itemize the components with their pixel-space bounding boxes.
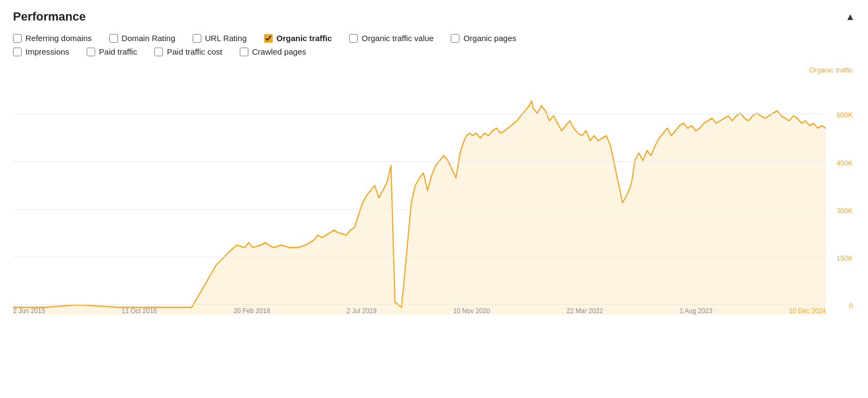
checkbox-organic-traffic[interactable] bbox=[264, 34, 273, 43]
checkbox-paid-traffic[interactable] bbox=[87, 48, 95, 56]
grid-line bbox=[13, 161, 826, 162]
filter-row-1: Referring domainsDomain RatingURL Rating… bbox=[13, 34, 855, 43]
y-axis-label: 450K bbox=[837, 159, 855, 167]
checkbox-organic-traffic-value[interactable] bbox=[349, 34, 358, 43]
filter-crawled-pages[interactable]: Crawled pages bbox=[240, 47, 306, 56]
filter-organic-traffic[interactable]: Organic traffic bbox=[264, 34, 332, 43]
checkbox-domain-rating[interactable] bbox=[109, 34, 118, 43]
filter-referring-domains[interactable]: Referring domains bbox=[13, 34, 92, 43]
grid-line bbox=[13, 257, 826, 257]
chart-area: Organic traffic 2 Jun 201511 Oct 201620 … bbox=[13, 66, 855, 331]
filters-container: Referring domainsDomain RatingURL Rating… bbox=[13, 34, 855, 61]
grid-line bbox=[13, 304, 826, 305]
performance-panel: Performance ▲ Referring domainsDomain Ra… bbox=[0, 0, 868, 331]
filter-organic-traffic-value[interactable]: Organic traffic value bbox=[349, 34, 433, 43]
x-axis: 2 Jun 201511 Oct 201620 Feb 20182 Jul 20… bbox=[13, 307, 826, 315]
x-label: 2 Jun 2015 bbox=[13, 307, 45, 315]
filter-organic-pages[interactable]: Organic pages bbox=[451, 34, 516, 43]
y-axis-label: 150K bbox=[837, 254, 855, 262]
collapse-icon[interactable]: ▲ bbox=[845, 11, 855, 23]
grid-line bbox=[13, 114, 826, 114]
filter-domain-rating[interactable]: Domain Rating bbox=[109, 34, 175, 43]
filter-label-impressions: Impressions bbox=[25, 47, 69, 56]
x-label: 11 Oct 2016 bbox=[122, 307, 157, 315]
filter-row-2: ImpressionsPaid trafficPaid traffic cost… bbox=[13, 47, 855, 56]
x-label: 1 Aug 2023 bbox=[680, 307, 713, 315]
performance-chart bbox=[13, 66, 826, 315]
grid-line bbox=[13, 209, 826, 210]
x-label: 20 Feb 2018 bbox=[234, 307, 270, 315]
x-label: 2 Jul 2019 bbox=[347, 307, 377, 315]
filter-paid-traffic[interactable]: Paid traffic bbox=[87, 47, 137, 56]
filter-label-organic-traffic-value: Organic traffic value bbox=[361, 34, 433, 43]
y-axis-label: 600K bbox=[837, 111, 855, 119]
filter-label-url-rating: URL Rating bbox=[205, 34, 247, 43]
x-label: 10 Nov 2020 bbox=[453, 307, 490, 315]
filter-label-domain-rating: Domain Rating bbox=[122, 34, 175, 43]
y-axis-label: 300K bbox=[837, 207, 855, 215]
checkbox-paid-traffic-cost[interactable] bbox=[154, 48, 163, 56]
filter-label-paid-traffic-cost: Paid traffic cost bbox=[167, 47, 222, 56]
x-label: 22 Mar 2022 bbox=[567, 307, 603, 315]
filter-url-rating[interactable]: URL Rating bbox=[193, 34, 247, 43]
checkbox-url-rating[interactable] bbox=[193, 34, 201, 43]
filter-label-crawled-pages: Crawled pages bbox=[252, 47, 306, 56]
checkbox-impressions[interactable] bbox=[13, 48, 22, 56]
panel-title: Performance bbox=[13, 10, 86, 24]
filter-paid-traffic-cost[interactable]: Paid traffic cost bbox=[154, 47, 222, 56]
y-axis-label: 0 bbox=[849, 302, 855, 310]
checkbox-organic-pages[interactable] bbox=[451, 34, 459, 43]
filter-label-referring-domains: Referring domains bbox=[25, 34, 92, 43]
filter-label-organic-traffic: Organic traffic bbox=[277, 34, 332, 43]
filter-impressions[interactable]: Impressions bbox=[13, 47, 69, 56]
checkbox-referring-domains[interactable] bbox=[13, 34, 22, 43]
panel-header: Performance ▲ bbox=[13, 10, 855, 24]
checkbox-crawled-pages[interactable] bbox=[240, 48, 248, 56]
filter-label-organic-pages: Organic pages bbox=[463, 34, 516, 43]
filter-label-paid-traffic: Paid traffic bbox=[99, 47, 137, 56]
x-label: 10 Dec 2024 bbox=[789, 307, 826, 315]
